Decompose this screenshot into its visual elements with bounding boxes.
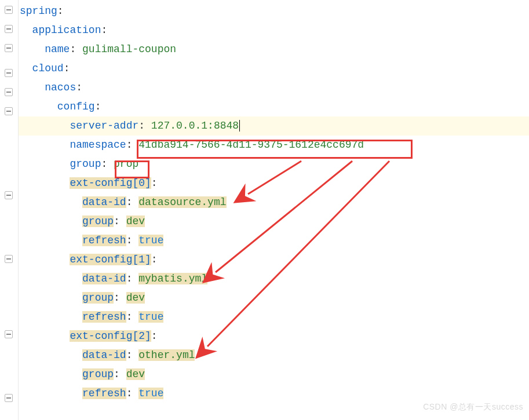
code-line: config: xyxy=(19,97,529,116)
yaml-key: group xyxy=(82,216,114,227)
fold-icon[interactable] xyxy=(5,394,13,402)
code-line: ext-config[2]: xyxy=(19,327,529,346)
yaml-key: group xyxy=(82,368,114,380)
fold-icon[interactable] xyxy=(5,107,13,115)
yaml-key: ext-config[2] xyxy=(70,330,151,342)
yaml-key: spring xyxy=(20,5,57,17)
fold-icon[interactable] xyxy=(5,69,13,77)
code-line: refresh: true xyxy=(19,231,529,250)
yaml-key: nacos xyxy=(45,82,76,93)
yaml-key: refresh xyxy=(82,235,126,246)
fold-icon[interactable] xyxy=(5,44,13,52)
code-line: data-id: other.yml xyxy=(19,346,529,365)
code-line: group: dev xyxy=(19,212,529,231)
fold-icon[interactable] xyxy=(5,25,13,33)
yaml-key: refresh xyxy=(82,388,126,399)
yaml-value: 41dba914-7566-4d11-9375-1612e4cc697d xyxy=(138,139,364,151)
yaml-key: application xyxy=(32,24,101,36)
yaml-key: namespace xyxy=(70,139,126,151)
fold-icon[interactable] xyxy=(5,255,13,263)
yaml-value: true xyxy=(138,235,163,246)
yaml-value: datasource.yml xyxy=(138,196,226,208)
fold-icon[interactable] xyxy=(5,6,13,14)
code-line: ext-config[0]: xyxy=(19,174,529,193)
code-line: spring: xyxy=(19,2,529,21)
yaml-value: dev xyxy=(126,216,145,227)
yaml-key: ext-config[1] xyxy=(70,254,151,265)
code-line: data-id: mybatis.yml xyxy=(19,269,529,288)
code-line: group: dev xyxy=(19,288,529,308)
code-editor[interactable]: spring: application: name: gulimall-coup… xyxy=(19,0,529,403)
code-line: group: prop xyxy=(19,155,529,174)
code-line: group: dev xyxy=(19,365,529,384)
fold-icon[interactable] xyxy=(5,88,13,96)
yaml-value: gulimall-coupon xyxy=(82,43,176,55)
yaml-key: group xyxy=(70,158,101,170)
yaml-value: mybatis.yml xyxy=(138,273,207,284)
yaml-value: other.yml xyxy=(138,349,195,361)
yaml-key: name xyxy=(45,43,70,55)
code-line: ext-config[1]: xyxy=(19,250,529,269)
code-line: nacos: xyxy=(19,78,529,97)
editor-gutter xyxy=(0,0,19,420)
yaml-value: true xyxy=(138,311,163,323)
yaml-key: data-id xyxy=(82,273,126,284)
yaml-key: data-id xyxy=(82,349,126,361)
yaml-value: prop xyxy=(114,158,138,170)
code-line: refresh: true xyxy=(19,308,529,327)
code-line: namespace: 41dba914-7566-4d11-9375-1612e… xyxy=(19,136,529,155)
code-line: cloud: xyxy=(19,59,529,78)
yaml-value: 127.0.0.1:8848 xyxy=(151,120,239,132)
code-line: name: gulimall-coupon xyxy=(19,40,529,59)
yaml-key: data-id xyxy=(82,196,126,208)
code-line-highlighted: server-addr: 127.0.0.1:8848 xyxy=(19,116,529,136)
yaml-value: dev xyxy=(126,368,145,380)
yaml-key: config xyxy=(57,101,95,112)
fold-icon[interactable] xyxy=(5,330,13,338)
yaml-key: cloud xyxy=(32,63,64,74)
fold-icon[interactable] xyxy=(5,191,13,199)
yaml-value: dev xyxy=(126,292,145,304)
watermark: CSDN @总有一天success xyxy=(423,397,523,417)
code-line: application: xyxy=(19,21,529,40)
yaml-key: server-addr xyxy=(70,120,138,132)
yaml-key: ext-config[0] xyxy=(70,177,151,189)
yaml-value: true xyxy=(138,388,163,399)
yaml-key: refresh xyxy=(82,311,126,323)
text-cursor xyxy=(239,120,240,132)
code-line: data-id: datasource.yml xyxy=(19,193,529,212)
yaml-key: group xyxy=(82,292,114,304)
